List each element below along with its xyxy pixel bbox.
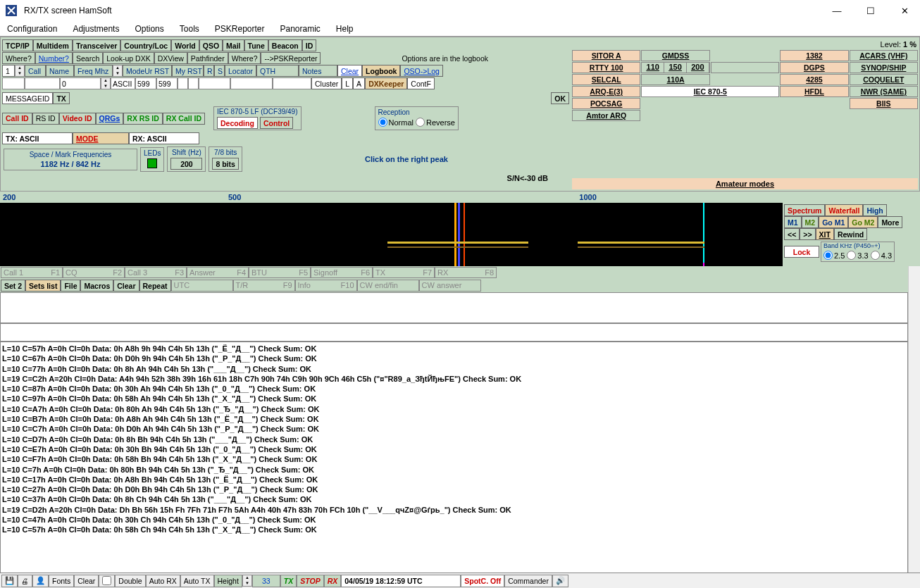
input-freq[interactable]: [60, 77, 101, 89]
notes-header[interactable]: Notes: [299, 65, 337, 77]
waterfall-canvas[interactable]: [0, 203, 783, 266]
tb2-2[interactable]: Search: [73, 52, 103, 64]
menu-panoramic[interactable]: Panoramic: [280, 24, 321, 34]
commander-button[interactable]: Commander: [504, 575, 552, 587]
band-25[interactable]: 2.5: [823, 251, 845, 260]
tb-beacon[interactable]: Beacon: [268, 39, 302, 51]
mode-110[interactable]: 110: [642, 63, 664, 73]
a-button[interactable]: A: [353, 77, 365, 89]
rewind-button[interactable]: Rewind: [834, 228, 867, 240]
fn-call1[interactable]: Call 1F1: [1, 267, 63, 278]
print-icon[interactable]: 🖨: [18, 575, 32, 587]
m2-button[interactable]: M2: [802, 216, 819, 228]
tb-tune[interactable]: Tune: [244, 39, 268, 51]
locator-header[interactable]: Locator: [225, 65, 256, 77]
spectrum-button[interactable]: Spectrum: [784, 204, 825, 216]
tb2-6[interactable]: Where?: [228, 52, 261, 64]
save-icon[interactable]: 💾: [1, 575, 18, 587]
tb2-4[interactable]: DXView: [154, 52, 187, 64]
menu-adjustments[interactable]: Adjustments: [73, 24, 119, 34]
cluster-button[interactable]: Cluster: [311, 77, 342, 89]
input-rst2[interactable]: [156, 77, 178, 89]
dxkeeper-button[interactable]: DXKeeper: [365, 77, 407, 89]
tb2-1[interactable]: Number?: [35, 52, 73, 64]
menu-pskreporter[interactable]: PSKReporter: [215, 24, 265, 34]
mode-150[interactable]: 150: [664, 63, 687, 73]
input-r[interactable]: [178, 77, 188, 89]
more-button[interactable]: More: [878, 216, 902, 228]
tb2-3[interactable]: Look-up DXK: [103, 52, 154, 64]
fn2-set[interactable]: Set 2: [1, 280, 25, 292]
tb2-7[interactable]: -->PSKReporter: [261, 52, 321, 64]
tb-id[interactable]: ID: [302, 39, 317, 51]
height-button[interactable]: Height: [214, 575, 242, 587]
fn-answer[interactable]: AnswerF4: [187, 267, 249, 278]
clear-button[interactable]: Clear: [337, 65, 362, 77]
high-button[interactable]: High: [863, 204, 886, 216]
rx-ascii[interactable]: RX: ASCII: [129, 132, 199, 144]
freq-header[interactable]: Freq Mhz: [74, 65, 113, 77]
qrgs-button[interactable]: QRGs: [96, 113, 124, 125]
fn2-tr[interactable]: T/RF9: [233, 280, 295, 292]
normal-radio[interactable]: Normal: [378, 118, 414, 127]
tb-qso[interactable]: QSO: [199, 39, 223, 51]
fn2-utc[interactable]: UTC: [171, 280, 233, 292]
m1-button[interactable]: M1: [784, 216, 802, 228]
input-text-area[interactable]: [0, 292, 908, 323]
scrollbar-input[interactable]: [908, 292, 920, 323]
tx-tab[interactable]: TX: [53, 92, 69, 104]
height-spinner[interactable]: ▲▼: [242, 575, 252, 587]
rx-button[interactable]: RX: [324, 575, 342, 587]
scrollbar-right[interactable]: [908, 266, 920, 292]
callid-button[interactable]: Call ID: [2, 113, 32, 125]
fn-btu[interactable]: BTUF5: [249, 267, 311, 278]
waterfall-button[interactable]: Waterfall: [825, 204, 863, 216]
clear-button[interactable]: Clear: [74, 575, 99, 587]
call-header[interactable]: Call: [25, 65, 46, 77]
tb-countryloc[interactable]: Country/Loc: [120, 39, 171, 51]
videoid-button[interactable]: Video ID: [59, 113, 96, 125]
fn-cq[interactable]: CQF2: [63, 267, 125, 278]
speaker-icon[interactable]: 🔊: [552, 575, 568, 587]
tx-button[interactable]: TX: [280, 575, 297, 587]
contf-button[interactable]: ContF: [407, 77, 435, 89]
logbook-button[interactable]: Logbook: [362, 65, 400, 77]
reverse-radio[interactable]: Reverse: [416, 118, 455, 127]
fn-signoff[interactable]: SignoffF6: [311, 267, 373, 278]
mode-nwrsame[interactable]: NWR (SAME): [850, 86, 918, 97]
mode-acarsvhf[interactable]: ACARS (VHF): [850, 50, 918, 61]
messageid-tab[interactable]: MESSAGEID: [2, 92, 53, 104]
maximize-button[interactable]: ☐: [861, 4, 881, 18]
tb-multidem[interactable]: Multidem: [33, 39, 73, 51]
autotx-button[interactable]: Auto TX: [180, 575, 214, 587]
mode-synop[interactable]: SYNOP/SHIP: [850, 62, 918, 73]
rsid-button[interactable]: RS ID: [32, 113, 59, 125]
decode-area[interactable]: L=10 C=57h A=0h CI=0h Data: 0h A8h 9h 94…: [0, 342, 908, 574]
shift-value[interactable]: 200: [170, 158, 202, 170]
input-rst1[interactable]: [135, 77, 156, 89]
menu-configuration[interactable]: Configuration: [7, 24, 57, 34]
name-header[interactable]: Name: [46, 65, 74, 77]
gom1-button[interactable]: Go M1: [819, 216, 848, 228]
mode-selcal[interactable]: SELCAL: [572, 74, 640, 85]
mode-4285[interactable]: 4285: [780, 74, 848, 85]
mode-hfdl[interactable]: HFDL: [780, 86, 848, 97]
num-field[interactable]: 1: [2, 65, 15, 77]
myrst-header[interactable]: My RST: [172, 65, 204, 77]
tb2-5[interactable]: Pathfinder: [187, 52, 228, 64]
freq-spinner2[interactable]: ▲▼: [101, 77, 111, 89]
mode-1382[interactable]: 1382: [780, 50, 848, 61]
tb-transceiver[interactable]: Transceiver: [73, 39, 120, 51]
close-button[interactable]: ✕: [895, 4, 914, 18]
mode-biis[interactable]: BIIS: [850, 98, 918, 109]
tb-tcpip[interactable]: TCP/IP: [2, 39, 33, 51]
gom2-button[interactable]: Go M2: [848, 216, 878, 228]
mode-dgps[interactable]: DGPS: [780, 62, 848, 73]
fn2-clear[interactable]: Clear: [113, 280, 139, 292]
autorx-button[interactable]: Auto RX: [146, 575, 180, 587]
qsolog-button[interactable]: QSO->Log: [400, 65, 443, 77]
menu-help[interactable]: Help: [336, 24, 354, 34]
mode-pocsag[interactable]: POCSAG: [572, 98, 640, 109]
fn2-info[interactable]: InfoF10: [295, 280, 357, 292]
tb-mail[interactable]: Mail: [223, 39, 244, 51]
